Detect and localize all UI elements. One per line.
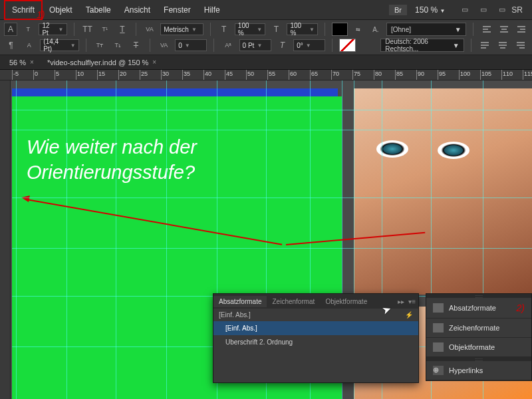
kerning-field[interactable]: Metrisch▼ xyxy=(160,23,203,35)
tracking-field[interactable]: 0▼ xyxy=(175,39,207,51)
align-right-icon[interactable] xyxy=(515,23,528,36)
align-center-icon[interactable] xyxy=(497,23,511,36)
zoom-level[interactable]: 150 % ▼ xyxy=(415,5,445,15)
swap-icon[interactable]: ⇆ xyxy=(352,23,365,36)
divider xyxy=(471,39,471,52)
dock-absatzformate[interactable]: Absatzformate 2) xyxy=(426,298,531,319)
divider xyxy=(210,23,211,36)
workspace-label[interactable]: SR xyxy=(511,5,528,15)
workspace-icon[interactable]: ▭ xyxy=(495,4,509,16)
char-style-field[interactable]: [Ohne]▼ xyxy=(386,23,466,36)
fill-swatch[interactable] xyxy=(332,23,348,36)
annotation-2: 2) xyxy=(517,303,525,313)
divider xyxy=(325,23,325,36)
kerning-icon: VA xyxy=(143,23,156,36)
skew-field[interactable]: 0°▼ xyxy=(293,39,325,51)
underline-icon[interactable]: T xyxy=(116,23,129,36)
tracking-icon: VA xyxy=(157,39,171,52)
char-styles-icon xyxy=(433,323,444,332)
allcaps-icon[interactable]: TT xyxy=(80,23,94,36)
panel-tab-zeichen[interactable]: Zeichenformat xyxy=(267,296,320,307)
leading-field[interactable]: (14,4 Pt)▼ xyxy=(40,39,78,51)
style-uberschrift2[interactable]: Uberschrift 2. Ordnung xyxy=(213,335,418,349)
dock-hyperlinks[interactable]: ⊕Hyperlinks xyxy=(426,361,531,380)
collapse-icon[interactable]: ▸▸ xyxy=(398,298,404,305)
current-style-label: [Einf. Abs.] xyxy=(219,311,251,319)
panel-tab-absatz[interactable]: Absatzformate xyxy=(213,296,267,307)
headline-text[interactable]: Wie weiter nach der Orientierungsstufe? xyxy=(27,135,197,185)
align-left-icon[interactable] xyxy=(479,23,493,36)
menu-objekt[interactable]: Objekt xyxy=(43,1,79,19)
dock-objektformate[interactable]: Objektformate xyxy=(426,338,531,357)
justify-right-icon[interactable] xyxy=(514,39,528,52)
side-panel-dock[interactable]: :::::: Absatzformate 2) Zeichenformate O… xyxy=(426,293,532,381)
charstyle-icon: A. xyxy=(369,23,382,36)
menu-hilfe[interactable]: Hilfe xyxy=(198,1,227,19)
divider xyxy=(213,39,214,52)
paragraph-mode-icon[interactable]: ¶ xyxy=(4,39,18,52)
justify-left-icon[interactable] xyxy=(477,39,491,52)
subscript-icon[interactable]: T₁ xyxy=(111,39,125,52)
blue-bar xyxy=(12,88,338,96)
divider xyxy=(136,23,136,36)
leading-icon: A xyxy=(22,39,36,52)
menu-fenster[interactable]: Fenster xyxy=(157,1,198,19)
photo-child xyxy=(354,88,532,295)
divider xyxy=(150,39,150,52)
menu-ansicht[interactable]: Ansicht xyxy=(118,1,157,19)
smallcaps-icon[interactable]: Tᴛ xyxy=(93,39,107,52)
panel-menu-icon[interactable]: ▾≡ xyxy=(408,298,416,305)
divider xyxy=(86,39,86,52)
screen-mode-icon[interactable]: ▭ xyxy=(458,4,471,16)
strikethrough-icon[interactable]: T xyxy=(129,39,143,52)
language-field[interactable]: Deutsch: 2006 Rechtsch...▼ xyxy=(380,39,464,52)
font-size-icon: T xyxy=(21,23,35,36)
panel-tab-objekt[interactable]: Objektformate xyxy=(320,296,372,307)
justify-center-icon[interactable] xyxy=(496,39,510,52)
skew-icon: T xyxy=(275,39,289,52)
divider xyxy=(74,23,74,36)
font-size-field[interactable]: 12 Pt▼ xyxy=(39,23,66,35)
doc-tab-2[interactable]: *video-schulflyer.indd @ 150 %× xyxy=(41,57,163,68)
divider xyxy=(332,39,332,52)
ruler-horizontal[interactable]: -505101520253035404550556065707580859095… xyxy=(0,70,532,80)
object-styles-icon xyxy=(433,342,444,352)
baseline-field[interactable]: 0 Pt▼ xyxy=(239,39,271,51)
baseline-icon: Aª xyxy=(221,39,235,52)
superscript-icon[interactable]: T¹ xyxy=(98,23,112,36)
vscale-field[interactable]: 100 %▼ xyxy=(235,23,265,35)
vscale-icon: T xyxy=(217,23,231,36)
doc-tab-1[interactable]: 56 %× xyxy=(3,57,41,68)
style-einf-abs[interactable]: [Einf. Abs.] xyxy=(213,321,418,335)
arrange-icon[interactable]: ▭ xyxy=(477,4,490,16)
hscale-icon: T xyxy=(269,23,283,36)
menu-tabelle[interactable]: Tabelle xyxy=(79,1,118,19)
dock-zeichenformate[interactable]: Zeichenformate xyxy=(426,319,531,338)
close-icon[interactable]: × xyxy=(152,59,156,66)
divider xyxy=(473,23,473,36)
bridge-badge[interactable]: Br xyxy=(389,5,407,15)
stroke-swatch[interactable] xyxy=(339,39,356,52)
close-icon[interactable]: × xyxy=(30,59,34,66)
hyperlinks-icon: ⊕ xyxy=(433,366,444,375)
annotation-1: 1) xyxy=(37,9,45,20)
ruler-vertical[interactable] xyxy=(0,80,11,399)
paragraph-styles-icon xyxy=(433,303,444,313)
hscale-field[interactable]: 100 %▼ xyxy=(287,23,317,35)
flash-icon[interactable]: ⚡ xyxy=(405,311,413,319)
character-mode-icon[interactable]: A xyxy=(4,23,17,36)
